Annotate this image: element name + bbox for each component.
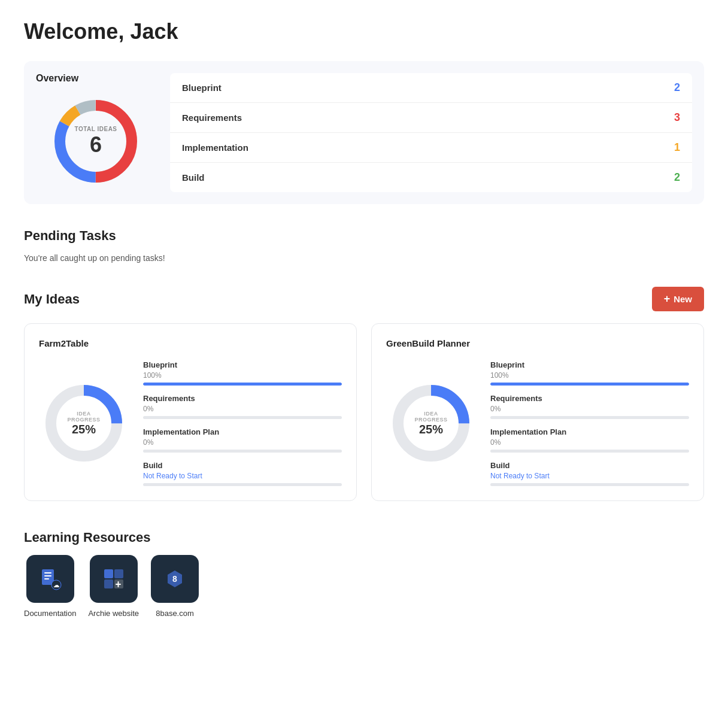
my-ideas-title: My Ideas [24,292,80,307]
pending-message: You're all caught up on pending tasks! [24,253,704,263]
greenbuild-stage-implementation-bar [490,450,689,453]
overview-stats-list: Blueprint 2 Requirements 3 Implementatio… [170,73,692,192]
greenbuild-stage-requirements: Requirements 0% [490,394,689,419]
stat-implementation-label: Implementation [182,142,248,153]
greenbuild-stage-implementation-label: Implementation Plan [490,427,689,436]
archie-icon [90,555,138,603]
8base-icon: 8 [151,555,199,603]
farm2table-stage-requirements: Requirements 0% [143,394,342,419]
stat-blueprint-label: Blueprint [182,83,222,93]
svg-text:☁: ☁ [53,582,59,588]
idea-card-inner-1: IDEA PROGRESS 25% Blueprint 100% Require… [386,360,689,486]
svg-rect-10 [44,572,51,573]
svg-text:8: 8 [172,574,177,584]
resource-documentation-label: Documentation [24,609,76,618]
my-ideas-header: My Ideas + New [24,287,704,311]
idea-card-farm2table: Farm2Table IDEA PROGRESS 25% Blueprint [24,323,357,501]
overview-label: Overview [36,73,156,84]
greenbuild-stage-build: Build Not Ready to Start [490,461,689,486]
idea-card-title-0: Farm2Table [39,338,342,348]
greenbuild-stage-implementation-sub: 0% [490,438,689,447]
farm2table-stage-implementation: Implementation Plan 0% [143,427,342,453]
resource-documentation[interactable]: ☁ Documentation [24,555,76,618]
farm2table-stage-requirements-sub: 0% [143,405,342,413]
pending-title: Pending Tasks [24,228,704,244]
farm2table-stage-requirements-label: Requirements [143,394,342,403]
overview-donut: TOTAL IDEAS 6 [48,93,144,189]
stat-implementation: Implementation 1 [170,133,692,163]
greenbuild-stage-requirements-label: Requirements [490,394,689,403]
resource-archie[interactable]: Archie website [88,555,139,618]
farm2table-stage-build-bar [143,483,342,486]
farm2table-stage-implementation-sub: 0% [143,438,342,447]
greenbuild-progress-list: Blueprint 100% Requirements 0% [490,360,689,486]
greenbuild-stage-requirements-bar [490,416,689,419]
greenbuild-stage-blueprint-bar [490,383,689,386]
greenbuild-stage-requirements-sub: 0% [490,405,689,413]
farm2table-donut-center: IDEA PROGRESS 25% [62,411,107,436]
farm2table-progress-label: IDEA PROGRESS [62,411,107,423]
resource-8base[interactable]: 8 8base.com [151,555,199,618]
farm2table-stage-build-label: Build [143,461,342,470]
idea-donut-farm2table: IDEA PROGRESS 25% [39,378,129,468]
svg-rect-16 [114,569,123,578]
overview-total-number: 6 [74,132,117,157]
greenbuild-stage-blueprint-fill [490,383,689,386]
greenbuild-stage-build-label: Build [490,461,689,470]
pending-section: Pending Tasks You're all caught up on pe… [24,228,704,263]
stat-blueprint-value: 2 [674,81,680,94]
greenbuild-stage-blueprint-label: Blueprint [490,360,689,369]
greenbuild-progress-label: IDEA PROGRESS [409,411,454,423]
resources-grid: ☁ Documentation Archie website [24,555,704,618]
overview-donut-center: TOTAL IDEAS 6 [74,126,117,157]
farm2table-progress-pct: 25% [62,423,107,436]
greenbuild-stage-blueprint: Blueprint 100% [490,360,689,386]
stat-build-label: Build [182,172,205,183]
greenbuild-donut-center: IDEA PROGRESS 25% [409,411,454,436]
greenbuild-stage-blueprint-sub: 100% [490,371,689,380]
idea-card-title-1: GreenBuild Planner [386,338,689,348]
svg-rect-15 [104,569,113,578]
farm2table-stage-blueprint-sub: 100% [143,371,342,380]
idea-card-greenbuild: GreenBuild Planner IDEA PROGRESS 25% Blu… [371,323,704,501]
farm2table-stage-blueprint-label: Blueprint [143,360,342,369]
stat-requirements-value: 3 [674,111,680,124]
svg-rect-11 [44,575,51,576]
svg-rect-17 [104,579,113,588]
farm2table-stage-implementation-label: Implementation Plan [143,427,342,436]
greenbuild-stage-implementation: Implementation Plan 0% [490,427,689,453]
farm2table-stage-build: Build Not Ready to Start [143,461,342,486]
resource-8base-label: 8base.com [156,609,194,618]
overview-card: Overview TOTAL IDEAS 6 Blueprint 2 [24,61,704,204]
stat-implementation-value: 1 [674,141,680,154]
greenbuild-stage-build-status: Not Ready to Start [490,472,689,480]
stat-blueprint: Blueprint 2 [170,73,692,103]
archie-icon-svg [102,567,126,591]
docs-icon: ☁ [26,555,74,603]
overview-left: Overview TOTAL IDEAS 6 [36,73,156,189]
svg-rect-12 [44,578,49,579]
learning-section: Learning Resources ☁ Documentation [24,530,704,618]
learning-title: Learning Resources [24,530,704,545]
farm2table-stage-blueprint: Blueprint 100% [143,360,342,386]
greenbuild-progress-pct: 25% [409,423,454,436]
my-ideas-section: My Ideas + New Farm2Table IDEA PROGRESS … [24,287,704,501]
new-button-label: New [674,294,692,304]
8base-icon-svg: 8 [163,567,187,591]
resource-archie-label: Archie website [88,609,139,618]
greenbuild-stage-build-bar [490,483,689,486]
ideas-grid: Farm2Table IDEA PROGRESS 25% Blueprint [24,323,704,501]
docs-icon-svg: ☁ [38,567,62,591]
farm2table-progress-list: Blueprint 100% Requirements 0% [143,360,342,486]
stat-build: Build 2 [170,163,692,192]
farm2table-stage-blueprint-fill [143,383,342,386]
new-idea-button[interactable]: + New [652,287,704,311]
stat-build-value: 2 [674,171,680,184]
farm2table-stage-requirements-bar [143,416,342,419]
idea-donut-greenbuild: IDEA PROGRESS 25% [386,378,476,468]
overview-total-label: TOTAL IDEAS [74,126,117,132]
stat-requirements: Requirements 3 [170,103,692,133]
welcome-title: Welcome, Jack [24,19,704,44]
plus-icon: + [664,293,671,305]
idea-card-inner-0: IDEA PROGRESS 25% Blueprint 100% Require… [39,360,342,486]
